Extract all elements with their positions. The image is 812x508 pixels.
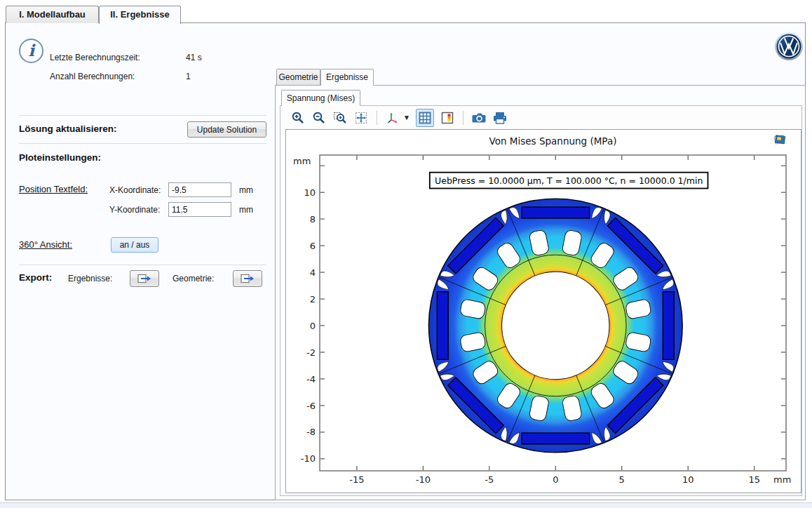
computation-count-value: 1 xyxy=(186,72,191,81)
window-bottom-strip xyxy=(0,502,812,508)
export-icon xyxy=(241,274,255,283)
zoom-box-button[interactable] xyxy=(332,110,348,126)
view-360-label: 360° Ansicht: xyxy=(19,239,72,250)
tab-modellaufbau[interactable]: I. Modellaufbau xyxy=(6,6,99,23)
svg-text:2: 2 xyxy=(310,294,316,305)
x-coordinate-input[interactable] xyxy=(168,182,231,197)
plot-settings-heading: Ploteinstellungen: xyxy=(19,152,101,163)
last-computation-label: Letzte Berechnungszeit: xyxy=(50,53,140,62)
toolbar-separator xyxy=(377,111,377,125)
export-results-button[interactable] xyxy=(130,270,159,287)
tab-ergebnisse[interactable]: Ergebnisse xyxy=(320,69,374,86)
plot-title: Von Mises Spannung (MPa) xyxy=(489,135,617,147)
view-orientation-button[interactable] xyxy=(385,110,400,126)
info-icon: i xyxy=(19,39,43,63)
toolbar-separator xyxy=(463,111,463,125)
y-coordinate-label: Y-Koordinate: xyxy=(109,205,160,215)
svg-text:6: 6 xyxy=(310,241,316,251)
update-solution-button[interactable]: Update Solution xyxy=(187,121,266,138)
axis-orientation-icon xyxy=(386,111,400,125)
camera-icon xyxy=(471,111,487,125)
orientation-dropdown-caret[interactable]: ▼ xyxy=(403,114,410,121)
svg-text:-8: -8 xyxy=(306,427,316,437)
tab-spannung-mises[interactable]: Spannung (Mises) xyxy=(281,90,360,106)
export-geometry-button[interactable] xyxy=(233,270,262,287)
svg-text:-15: -15 xyxy=(349,474,364,485)
snapshot-button[interactable] xyxy=(471,110,487,126)
grid-toggle-button[interactable] xyxy=(416,109,434,127)
view-360-toggle-button[interactable]: an / aus xyxy=(111,237,158,253)
svg-text:0: 0 xyxy=(310,321,316,331)
x-axis-unit: mm xyxy=(773,474,791,485)
application-window: I. Modellaufbau II. Ergebnisse i Letzte … xyxy=(0,0,812,508)
last-computation-value: 41 s xyxy=(186,53,202,62)
zoom-in-button[interactable] xyxy=(290,110,306,126)
svg-text:-4: -4 xyxy=(306,374,316,385)
svg-text:5: 5 xyxy=(619,474,625,485)
svg-text:4: 4 xyxy=(310,267,316,278)
plot-group-icon xyxy=(773,133,787,149)
export-icon xyxy=(137,274,151,283)
zoom-out-button[interactable] xyxy=(311,110,327,126)
tab-ergebnisse-main[interactable]: II. Ergebnisse xyxy=(99,6,181,24)
svg-text:0: 0 xyxy=(553,474,558,485)
svg-text:-2: -2 xyxy=(306,347,316,358)
legend-toggle-button[interactable] xyxy=(440,110,455,126)
print-button[interactable] xyxy=(492,110,508,126)
svg-text:10: 10 xyxy=(304,187,316,198)
magnet xyxy=(509,207,602,218)
section-divider xyxy=(19,265,266,265)
export-geometry-label: Geometrie: xyxy=(172,274,214,283)
main-window: i Letzte Berechnungszeit: 41 s Anzahl Be… xyxy=(5,22,806,500)
zoom-in-icon xyxy=(291,111,305,125)
plot-annotation: UebPress = 10.0000 μm, T = 100.000 °C, n… xyxy=(430,173,708,189)
printer-icon xyxy=(492,111,508,125)
export-results-label: Ergebnisse: xyxy=(68,274,112,283)
motor-cross-section xyxy=(428,199,682,453)
position-textfield-label: Position Textfeld: xyxy=(19,184,88,194)
spannung-mises-panel: ▼ xyxy=(280,105,802,496)
tab-geometrie[interactable]: Geometrie xyxy=(276,69,320,85)
x-coordinate-label: X-Koordinate: xyxy=(109,185,161,195)
plot-toolbar: ▼ xyxy=(285,108,508,127)
plot-graphics-area: Von Mises Spannung (MPa)-15-10-5051015-1… xyxy=(285,129,801,493)
zoom-box-icon xyxy=(333,111,347,125)
svg-text:-6: -6 xyxy=(306,401,316,411)
grid-icon xyxy=(418,111,432,125)
plot-canvas[interactable]: Von Mises Spannung (MPa)-15-10-5051015-1… xyxy=(286,130,802,494)
svg-text:-5: -5 xyxy=(485,474,494,485)
section-divider xyxy=(19,143,266,144)
magnet xyxy=(437,279,448,372)
zoom-out-icon xyxy=(312,111,326,125)
y-axis-unit: mm xyxy=(293,156,311,166)
y-coordinate-input[interactable] xyxy=(168,202,231,217)
vw-logo xyxy=(774,32,804,64)
svg-text:-10: -10 xyxy=(416,474,431,485)
computation-count-label: Anzahl Berechnungen: xyxy=(50,72,135,81)
svg-text:-10: -10 xyxy=(301,453,316,464)
zoom-extents-button[interactable] xyxy=(353,110,369,126)
magnet xyxy=(663,279,674,372)
magnet xyxy=(509,432,602,443)
results-tab-panel: Spannung (Mises) xyxy=(275,85,806,500)
zoom-extents-icon xyxy=(354,111,368,125)
solution-heading: Lösung aktualisieren: xyxy=(19,123,117,134)
svg-text:10: 10 xyxy=(682,474,694,485)
export-heading: Export: xyxy=(19,272,52,283)
y-unit-label: mm xyxy=(239,205,253,215)
svg-text:8: 8 xyxy=(310,214,316,225)
color-legend-icon xyxy=(440,111,454,125)
section-divider xyxy=(19,115,266,116)
svg-text:UebPress = 10.0000 μm, T = 100: UebPress = 10.0000 μm, T = 100.000 °C, n… xyxy=(435,175,703,186)
x-unit-label: mm xyxy=(239,185,253,195)
svg-text:15: 15 xyxy=(748,474,760,485)
